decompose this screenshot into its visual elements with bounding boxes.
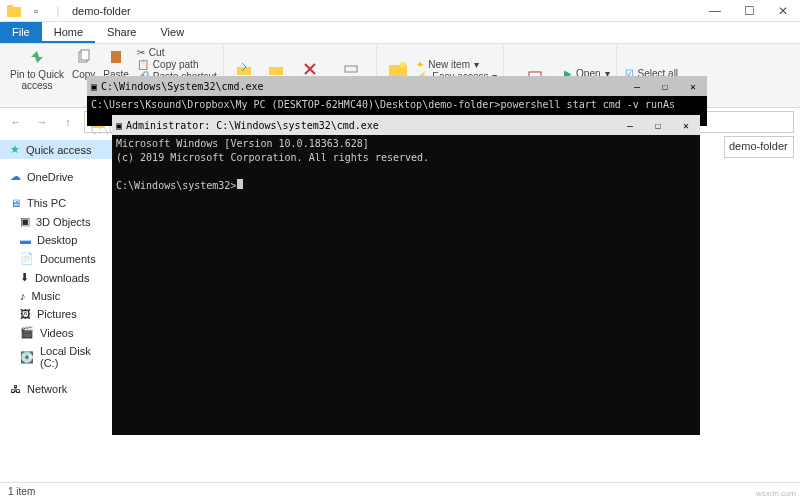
search-box-fragment[interactable]: demo-folder — [724, 136, 794, 158]
document-icon: 📄 — [20, 252, 34, 265]
cmd-icon: ▣ — [91, 81, 97, 92]
svg-rect-1 — [7, 5, 13, 9]
close-button[interactable]: ✕ — [766, 0, 800, 22]
navigation-pane: ★Quick access ☁OneDrive 🖥This PC ▣3D Obj… — [0, 136, 120, 482]
sidebar-desktop[interactable]: ▬Desktop — [0, 231, 120, 249]
cmd2-body[interactable]: Microsoft Windows [Version 10.0.18363.62… — [112, 135, 700, 435]
cursor — [237, 179, 243, 189]
sidebar-downloads[interactable]: ⬇Downloads — [0, 268, 120, 287]
sidebar-localdisk[interactable]: 💽Local Disk (C:) — [0, 342, 120, 372]
sidebar-documents[interactable]: 📄Documents — [0, 249, 120, 268]
cmd-admin-icon: ▣ — [116, 120, 122, 131]
pictures-icon: 🖼 — [20, 308, 31, 320]
sidebar-pictures[interactable]: 🖼Pictures — [0, 305, 120, 323]
copy-icon — [74, 47, 94, 67]
svg-rect-3 — [81, 50, 89, 60]
cmd1-line1: C:\Users\Ksound\Dropbox\My PC (DESKTOP-6… — [91, 98, 703, 111]
status-bar: 1 item — [0, 482, 800, 500]
back-button[interactable]: ← — [6, 112, 26, 132]
cmd1-minimize[interactable]: — — [623, 81, 651, 92]
download-icon: ⬇ — [20, 271, 29, 284]
pc-icon: 🖥 — [10, 197, 21, 209]
sidebar-onedrive[interactable]: ☁OneDrive — [0, 167, 120, 186]
network-icon: 🖧 — [10, 383, 21, 395]
sidebar-music[interactable]: ♪Music — [0, 287, 120, 305]
qat-divider: | — [50, 3, 66, 19]
tab-file[interactable]: File — [0, 22, 42, 43]
cmd2-prompt-line: C:\Windows\system32> — [116, 179, 696, 193]
svg-rect-5 — [237, 67, 251, 75]
sidebar-network[interactable]: 🖧Network — [0, 380, 120, 398]
videos-icon: 🎬 — [20, 326, 34, 339]
pin-to-quick-access-button[interactable]: Pin to Quick access — [10, 47, 64, 91]
cmd2-titlebar[interactable]: ▣ Administrator: C:\Windows\system32\cmd… — [112, 115, 700, 135]
disk-icon: 💽 — [20, 351, 34, 364]
pin-icon — [27, 47, 47, 67]
cmd1-maximize[interactable]: ☐ — [651, 81, 679, 92]
tab-home[interactable]: Home — [42, 22, 95, 43]
cut-button[interactable]: ✂Cut — [137, 47, 217, 58]
minimize-button[interactable]: — — [698, 0, 732, 22]
svg-rect-7 — [345, 66, 357, 72]
up-button[interactable]: ↑ — [58, 112, 78, 132]
watermark: wsxdn.com — [756, 489, 796, 498]
save-icon[interactable]: ▫ — [28, 3, 44, 19]
copy-path-button[interactable]: 📋Copy path — [137, 59, 217, 70]
paste-icon — [106, 47, 126, 67]
cmd2-title: Administrator: C:\Windows\system32\cmd.e… — [126, 120, 379, 131]
cmd-window-admin[interactable]: ▣ Administrator: C:\Windows\system32\cmd… — [112, 115, 700, 435]
cube-icon: ▣ — [20, 215, 30, 228]
sidebar-this-pc[interactable]: 🖥This PC — [0, 194, 120, 212]
window-title: demo-folder — [66, 5, 698, 17]
desktop-icon: ▬ — [20, 234, 31, 246]
sidebar-quick-access[interactable]: ★Quick access — [0, 140, 120, 159]
svg-rect-6 — [269, 67, 283, 75]
sidebar-3dobjects[interactable]: ▣3D Objects — [0, 212, 120, 231]
cmd2-line2: (c) 2019 Microsoft Corporation. All righ… — [116, 151, 696, 165]
cmd1-close[interactable]: ✕ — [679, 81, 707, 92]
newitem-icon: ✦ — [416, 59, 424, 70]
sidebar-videos[interactable]: 🎬Videos — [0, 323, 120, 342]
tab-share[interactable]: Share — [95, 22, 148, 43]
music-icon: ♪ — [20, 290, 26, 302]
ribbon-tabs: File Home Share View — [0, 22, 800, 44]
cmd1-titlebar[interactable]: ▣ C:\Windows\System32\cmd.exe — ☐ ✕ — [87, 76, 707, 96]
svg-rect-4 — [111, 51, 121, 63]
cmd1-title: C:\Windows\System32\cmd.exe — [101, 81, 264, 92]
cmd2-close[interactable]: ✕ — [672, 120, 700, 131]
tab-view[interactable]: View — [148, 22, 196, 43]
folder-icon — [6, 3, 22, 19]
forward-button[interactable]: → — [32, 112, 52, 132]
cut-icon: ✂ — [137, 47, 145, 58]
explorer-titlebar: ▫ | demo-folder — ☐ ✕ — [0, 0, 800, 22]
new-item-button[interactable]: ✦New item▾ — [416, 59, 497, 70]
copypath-icon: 📋 — [137, 59, 149, 70]
cmd2-minimize[interactable]: — — [616, 120, 644, 131]
chevron-down-icon: ▾ — [474, 59, 479, 70]
cloud-icon: ☁ — [10, 170, 21, 183]
status-item-count: 1 item — [8, 486, 35, 497]
svg-point-9 — [400, 62, 406, 68]
cmd2-line1: Microsoft Windows [Version 10.0.18363.62… — [116, 137, 696, 151]
maximize-button[interactable]: ☐ — [732, 0, 766, 22]
cmd2-maximize[interactable]: ☐ — [644, 120, 672, 131]
star-icon: ★ — [10, 143, 20, 156]
